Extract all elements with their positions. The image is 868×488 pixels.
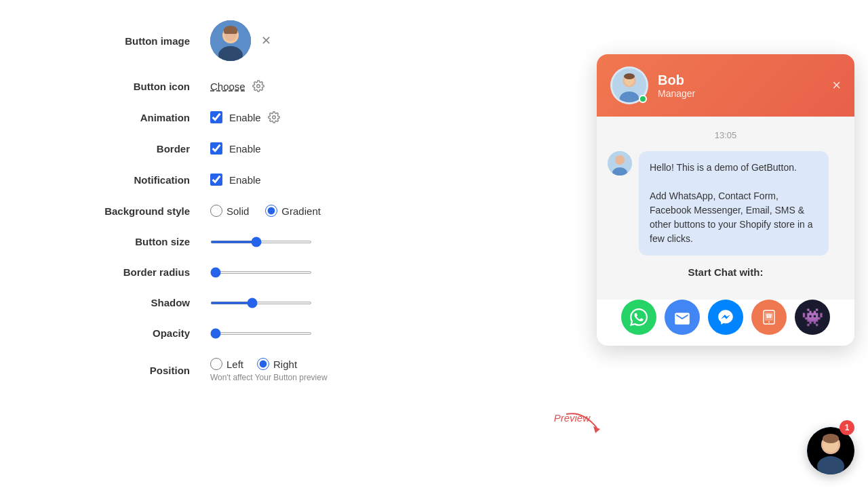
position-label: Position bbox=[68, 365, 190, 376]
button-size-slider[interactable] bbox=[210, 241, 312, 243]
shadow-control bbox=[210, 302, 312, 304]
border-radius-row: Border radius bbox=[68, 266, 407, 278]
shadow-slider[interactable] bbox=[210, 302, 312, 304]
left-option[interactable]: Left bbox=[210, 358, 243, 370]
chat-agent-name: Bob bbox=[658, 73, 832, 88]
notification-checkbox[interactable] bbox=[210, 174, 222, 186]
messenger-button[interactable] bbox=[708, 300, 743, 335]
border-radius-label: Border radius bbox=[68, 266, 190, 278]
opacity-label: Opacity bbox=[68, 327, 190, 339]
button-icon-gear[interactable] bbox=[252, 80, 264, 92]
email-button[interactable] bbox=[665, 300, 700, 335]
notification-label: Notification bbox=[68, 174, 190, 186]
border-label: Border bbox=[68, 143, 190, 155]
notification-control: Enable bbox=[210, 174, 261, 186]
chat-buttons: ☎ 👾 bbox=[597, 300, 854, 346]
animation-enable-text: Enable bbox=[229, 112, 261, 123]
solid-label: Solid bbox=[226, 205, 249, 217]
chat-message-text: Hello! This is a demo of GetButton.Add W… bbox=[650, 162, 812, 244]
notification-row: Notification Enable bbox=[68, 174, 407, 186]
remove-image-button[interactable]: ✕ bbox=[261, 33, 271, 48]
opacity-control bbox=[210, 332, 312, 335]
button-icon-label: Button icon bbox=[68, 81, 190, 92]
animation-row: Animation Enable bbox=[68, 111, 407, 123]
settings-panel: Button image ✕ Button icon Choose bbox=[68, 20, 407, 401]
chat-agent-role: Manager bbox=[658, 88, 832, 99]
notification-badge: 1 bbox=[840, 420, 854, 435]
button-image-control: ✕ bbox=[210, 20, 271, 61]
button-icon-row: Button icon Choose bbox=[68, 80, 407, 92]
phone-button[interactable]: ☎ bbox=[751, 300, 787, 335]
gradient-option[interactable]: Gradient bbox=[265, 205, 321, 217]
chat-widget: Bob Manager × 13:05 Hello! This is a dem… bbox=[597, 54, 854, 346]
border-radius-control bbox=[210, 271, 312, 274]
svg-rect-5 bbox=[224, 28, 237, 34]
button-image-row: Button image ✕ bbox=[68, 20, 407, 61]
notification-enable-text: Enable bbox=[229, 174, 261, 186]
left-radio[interactable] bbox=[210, 358, 222, 370]
solid-option[interactable]: Solid bbox=[210, 205, 249, 217]
svg-point-25 bbox=[823, 434, 839, 443]
preview-arrow bbox=[563, 407, 604, 437]
online-indicator bbox=[639, 95, 647, 103]
position-note: Won't affect Your Button preview bbox=[210, 373, 328, 382]
animation-control: Enable bbox=[210, 111, 280, 123]
position-options: Left Right bbox=[210, 358, 328, 370]
opacity-slider[interactable] bbox=[210, 332, 312, 335]
gradient-label: Gradient bbox=[281, 205, 321, 217]
bg-style-row: Background style Solid Gradient bbox=[68, 205, 407, 217]
svg-point-18 bbox=[768, 321, 770, 323]
gradient-radio[interactable] bbox=[265, 205, 277, 217]
chat-close-button[interactable]: × bbox=[832, 77, 841, 94]
animation-checkbox[interactable] bbox=[210, 111, 222, 123]
shadow-label: Shadow bbox=[68, 297, 190, 308]
button-image-preview[interactable] bbox=[210, 20, 251, 61]
chat-time: 13:05 bbox=[608, 130, 844, 140]
chat-bubble: Hello! This is a demo of GetButton.Add W… bbox=[639, 151, 829, 256]
right-label: Right bbox=[273, 359, 297, 370]
game-button[interactable]: 👾 bbox=[795, 300, 830, 335]
button-size-row: Button size bbox=[68, 236, 407, 247]
border-control: Enable bbox=[210, 142, 261, 155]
button-icon-control: Choose bbox=[210, 80, 264, 92]
solid-radio[interactable] bbox=[210, 205, 222, 217]
right-option[interactable]: Right bbox=[257, 358, 297, 370]
svg-point-6 bbox=[256, 85, 260, 88]
position-row: Position Left Right Won't affect Your Bu… bbox=[68, 358, 407, 382]
animation-label: Animation bbox=[68, 112, 190, 123]
border-enable-text: Enable bbox=[229, 143, 261, 155]
border-row: Border Enable bbox=[68, 142, 407, 155]
chat-header: Bob Manager × bbox=[597, 54, 854, 117]
animation-gear[interactable] bbox=[268, 111, 280, 123]
button-size-label: Button size bbox=[68, 236, 190, 247]
left-label: Left bbox=[226, 359, 243, 370]
position-control: Left Right Won't affect Your Button prev… bbox=[210, 358, 328, 382]
bg-style-label: Background style bbox=[68, 205, 190, 217]
border-checkbox[interactable] bbox=[210, 142, 222, 155]
chat-body: 13:05 Hello! This is a demo of GetButton… bbox=[597, 117, 854, 300]
chat-msg-avatar bbox=[608, 151, 632, 176]
chat-header-info: Bob Manager bbox=[658, 73, 832, 99]
border-radius-slider[interactable] bbox=[210, 271, 312, 274]
svg-text:☎: ☎ bbox=[766, 313, 772, 319]
svg-point-7 bbox=[272, 116, 275, 119]
start-chat-label: Start Chat with: bbox=[608, 266, 844, 278]
svg-point-12 bbox=[624, 73, 635, 79]
shadow-row: Shadow bbox=[68, 297, 407, 308]
whatsapp-button[interactable] bbox=[621, 300, 656, 335]
choose-icon-link[interactable]: Choose bbox=[210, 81, 245, 92]
chat-avatar-wrapper bbox=[610, 66, 648, 104]
button-image-label: Button image bbox=[68, 35, 190, 47]
opacity-row: Opacity bbox=[68, 327, 407, 339]
chat-message-row: Hello! This is a demo of GetButton.Add W… bbox=[608, 151, 844, 256]
bg-style-control: Solid Gradient bbox=[210, 205, 321, 217]
button-size-control bbox=[210, 241, 312, 243]
right-radio[interactable] bbox=[257, 358, 269, 370]
svg-point-14 bbox=[615, 155, 625, 165]
